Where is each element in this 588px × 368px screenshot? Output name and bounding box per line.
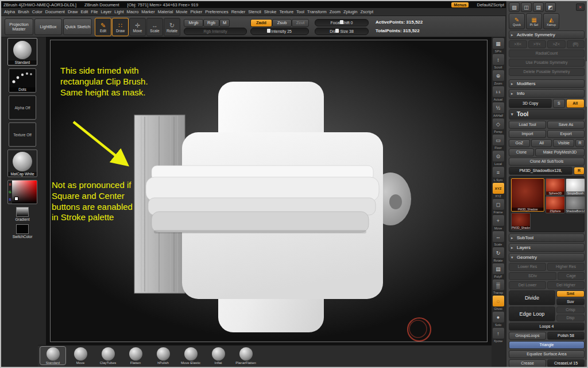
menu-tool[interactable]: Tool (296, 9, 304, 14)
draw-size-slider[interactable]: Draw Size 38 (315, 28, 369, 35)
brush-move-elastic[interactable]: Move Elastic (178, 347, 203, 365)
equalize-surface-area-button[interactable]: Equalize Surface Area (509, 350, 585, 358)
tool-palette-header[interactable]: Tool (509, 109, 585, 120)
subtool-header[interactable]: SubTool (509, 233, 585, 242)
viewport-solo[interactable]: ●Solo (490, 311, 506, 327)
divider-config-icon[interactable]: ▧ (509, 2, 520, 12)
menu-transform[interactable]: Transform (307, 9, 327, 14)
viewport-zoom[interactable]: ⊕Zoom (490, 70, 506, 86)
zsub-button[interactable]: Zsub (272, 19, 292, 27)
z-intensity-knob[interactable] (267, 29, 270, 33)
crease-button[interactable]: Crease (509, 359, 546, 367)
color-picker-knob[interactable] (14, 197, 18, 201)
cage-button[interactable]: Cage (558, 272, 585, 280)
disp-button[interactable]: Disp (556, 315, 585, 321)
active-tool-name[interactable]: PM3D_ShadowBox128, (509, 167, 572, 175)
goz-all-button[interactable]: All (531, 139, 552, 147)
menu-alpha[interactable]: Alpha (4, 9, 15, 14)
current-material-thumbnail[interactable]: MatCap White (7, 150, 37, 177)
3d-copy-button[interactable]: 3D Copy (509, 99, 552, 108)
sym-x-button[interactable]: >X< (509, 40, 527, 48)
current-brush-thumbnail[interactable]: Standard (7, 38, 37, 66)
viewport-scroll[interactable]: ↕Scroll (490, 53, 506, 70)
brush-claytubes[interactable]: ClayTubes (95, 347, 121, 365)
move-mode-button[interactable]: ✛ Move (129, 18, 146, 36)
xairup-button[interactable]: ◭ Xairup (543, 13, 559, 29)
higher-res-button[interactable]: Higher Res (547, 263, 585, 271)
brush-hpolish[interactable]: hPolish (150, 347, 176, 365)
scale-mode-button[interactable]: ↔ Scale (146, 18, 163, 36)
brush-inflat[interactable]: Inflat (206, 347, 231, 365)
menu-marker[interactable]: Marker (141, 9, 154, 14)
viewport-lsym[interactable]: ≡L.Sym (490, 166, 506, 182)
viewport-polyframe[interactable]: ▤PolyF (490, 263, 506, 279)
layers-header[interactable]: Layers (509, 243, 585, 252)
current-texture-thumbnail[interactable]: Texture Off (9, 122, 36, 147)
polish-slider[interactable]: Polish 58 (547, 332, 585, 340)
edit-mode-button[interactable]: ✎ Edit (95, 18, 111, 36)
viewport-persp[interactable]: ◇Persp (490, 118, 506, 134)
menu-zplugin[interactable]: Zplugin (343, 9, 358, 14)
active-tool-r-button[interactable]: R (574, 167, 585, 175)
groupsloops-button[interactable]: GroupsLoops (509, 332, 546, 340)
modifiers-header[interactable]: Modifiers (509, 79, 585, 88)
cube-view-icon[interactable]: ◫ (521, 2, 532, 12)
close-icon[interactable]: ✕ (576, 3, 585, 11)
menu-render[interactable]: Render (231, 9, 246, 14)
menu-edit[interactable]: Edit (80, 9, 88, 14)
viewport-local[interactable]: ⊙Local (490, 150, 506, 166)
goz-visible-button[interactable]: Visible (553, 139, 574, 147)
menu-color[interactable]: Color (32, 9, 42, 14)
menu-picker[interactable]: Picker (190, 9, 202, 14)
draw-size-knob[interactable] (335, 29, 339, 33)
edge-loop-button[interactable]: Edge Loop (509, 306, 555, 321)
smt-button[interactable]: Smt (556, 290, 585, 297)
tool-thumbnail-pm3d-shadow[interactable]: PM3D_Shadow (511, 213, 531, 230)
panel-scrollbar-thumb[interactable] (586, 61, 588, 107)
zscript-name[interactable]: DefaultZScript (477, 2, 504, 7)
panel-layout-icon[interactable]: ▤ (533, 2, 544, 12)
rotate-mode-button[interactable]: ↻ Rotate (164, 18, 180, 36)
viewport-spix[interactable]: ▦SPix (490, 37, 506, 53)
viewport-transp[interactable]: ▒Transp (490, 279, 506, 295)
viewport-move[interactable]: +Move (490, 214, 506, 231)
loops-slider[interactable]: Loops 4 (509, 323, 585, 331)
lower-res-button[interactable]: Lower Res (509, 263, 546, 271)
s-button[interactable]: S (553, 99, 564, 108)
load-tool-button[interactable]: Load Tool (509, 121, 546, 129)
menu-zoom[interactable]: Zoom (330, 9, 341, 14)
tool-thumbnail-simplebrush[interactable]: SimpleBrush (566, 178, 585, 195)
menu-layer[interactable]: Layer (100, 9, 111, 14)
menu-material[interactable]: Material (158, 9, 173, 14)
brush-flatten[interactable]: Flatten (123, 347, 148, 365)
sym-r-button[interactable]: (R) (567, 40, 585, 48)
goz-button[interactable]: GoZ (509, 139, 530, 147)
tool-thumbnail-sphere3d[interactable]: Sphere3D (546, 178, 565, 195)
current-alpha-thumbnail[interactable]: Alpha Off (9, 95, 36, 120)
menus-button[interactable]: Menus (451, 2, 469, 7)
triangle-button[interactable]: Triangle (509, 341, 585, 349)
document-border[interactable]: This side trimed with rectangular Clip B… (50, 40, 488, 342)
viewport-actual[interactable]: 1:1Actual (490, 86, 506, 102)
color-picker[interactable]: R G B (7, 180, 37, 204)
menu-file[interactable]: File (91, 9, 98, 14)
panel-scrollbar[interactable] (586, 38, 588, 360)
viewport-floor[interactable]: ▭Floor (490, 134, 506, 150)
viewport-aahalf[interactable]: ½AAHalf (490, 102, 506, 118)
projection-master-button[interactable]: Projection Master (5, 18, 33, 35)
clone-all-subtools-button[interactable]: Clone All SubTools (509, 158, 585, 166)
crease-lvl-slider[interactable]: CreaseLvl 15 (547, 359, 585, 367)
current-stroke-thumbnail[interactable]: Dots (9, 68, 36, 93)
zcut-button[interactable]: Zcut (292, 19, 309, 27)
focal-shift-slider[interactable]: Focal Shift 0 (315, 19, 369, 26)
activate-symmetry-header[interactable]: Activate Symmetry (509, 30, 585, 39)
menu-stroke[interactable]: Stroke (264, 9, 277, 14)
r-button[interactable]: R (575, 139, 585, 147)
m-button[interactable]: M (219, 19, 230, 27)
del-lower-button[interactable]: Del Lower (509, 281, 546, 289)
menu-movie[interactable]: Movie (176, 9, 187, 14)
menu-preferences[interactable]: Preferences (205, 9, 228, 14)
make-polymesh3d-button[interactable]: Make PolyMesh3D (535, 148, 585, 156)
all-button[interactable]: All (566, 99, 585, 108)
menu-texture[interactable]: Texture (279, 9, 293, 14)
